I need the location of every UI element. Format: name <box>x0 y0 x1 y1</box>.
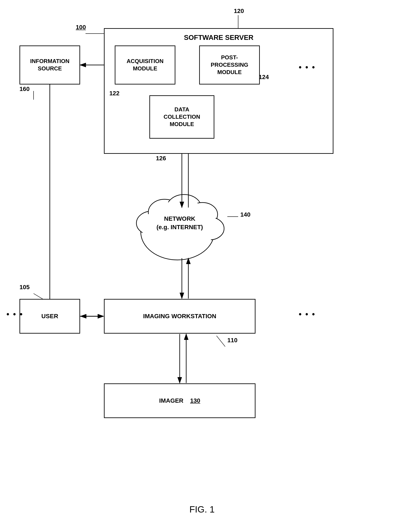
user-label: USER <box>41 312 58 320</box>
ellipsis-right-mid: • • • <box>299 310 316 319</box>
post-processing-module-box: POST- PROCESSING MODULE <box>199 45 260 84</box>
svg-point-8 <box>142 205 213 258</box>
svg-line-27 <box>34 294 43 299</box>
imaging-workstation-label: IMAGING WORKSTATION <box>143 312 216 320</box>
ref-110: 110 <box>227 337 238 344</box>
network-label: NETWORK (e.g. INTERNET) <box>143 214 216 231</box>
imager-box: IMAGER 130 <box>104 383 255 418</box>
ref-100: 100 <box>76 24 86 31</box>
ref-120: 120 <box>234 8 244 14</box>
software-server-label: SOFTWARE SERVER <box>105 33 333 42</box>
post-processing-module-label: POST- PROCESSING MODULE <box>211 54 248 76</box>
ref-122: 122 <box>109 90 120 97</box>
svg-point-2 <box>141 204 214 260</box>
ref-140: 140 <box>240 211 251 218</box>
ref-105: 105 <box>19 284 30 291</box>
ref-124: 124 <box>259 74 269 81</box>
fig-label: FIG. 1 <box>189 504 215 515</box>
svg-line-28 <box>216 336 225 346</box>
ref-126: 126 <box>156 155 166 162</box>
ref-160: 160 <box>19 86 30 92</box>
imager-label: IMAGER 130 <box>159 397 200 405</box>
imaging-workstation-box: IMAGING WORKSTATION <box>104 299 255 333</box>
user-box: USER <box>19 299 80 333</box>
acquisition-module-box: ACQUISITION MODULE <box>115 45 175 84</box>
ellipsis-left-mid: • • • <box>6 310 23 319</box>
ellipsis-right-top: • • • <box>299 63 316 72</box>
data-collection-module-label: DATA COLLECTION MODULE <box>164 106 200 128</box>
data-collection-module-box: DATA COLLECTION MODULE <box>149 95 214 139</box>
information-source-label: INFORMATION SOURCE <box>30 58 69 72</box>
information-source-box: INFORMATION SOURCE <box>19 45 80 84</box>
acquisition-module-label: ACQUISITION MODULE <box>127 58 164 72</box>
diagram-container: SOFTWARE SERVER ACQUISITION MODULE POST-… <box>0 0 404 532</box>
